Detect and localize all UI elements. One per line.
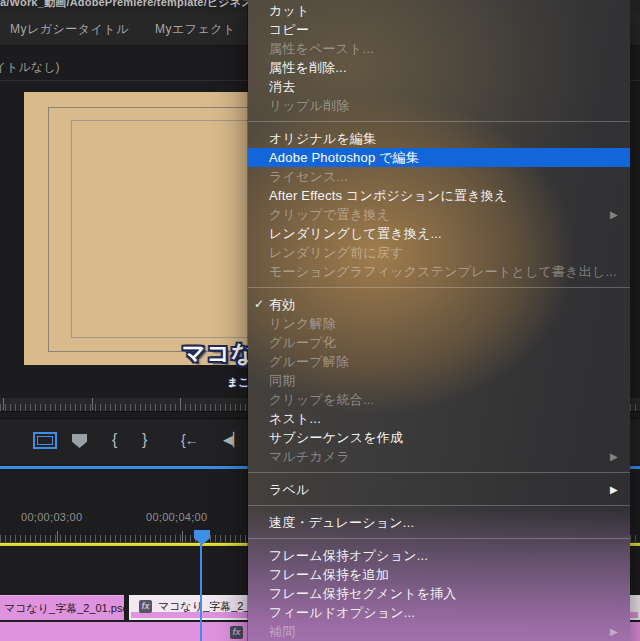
menu-item-render-and-replace[interactable]: レンダリングして置き換え... (248, 224, 630, 243)
safe-margins-button[interactable] (33, 432, 57, 449)
fx-badge-icon[interactable]: fx (230, 626, 243, 639)
menu-separator (248, 121, 630, 122)
mark-in-icon[interactable]: { (112, 429, 117, 451)
sequence-name-label[interactable]: イトルなし) (0, 59, 59, 76)
menu-item-ripple-delete: リップル削除 (248, 96, 630, 115)
tab-legacy-title[interactable]: Myレガシータイトル (10, 13, 129, 45)
step-back-icon[interactable]: ◀▏ (223, 429, 243, 451)
menu-item-replace-with-ae-comp[interactable]: After Effects コンポジションに置き換え (248, 186, 630, 205)
menu-item-field-options[interactable]: フィールドオプション... (248, 603, 630, 622)
video-title-text: マコな (182, 338, 256, 369)
clip-name: マコなり_字幕_2_01.psd (4, 602, 124, 614)
video-subtitle-text: まこ (227, 375, 250, 390)
menu-separator (248, 538, 630, 539)
tab-effects[interactable]: Myエフェクト (155, 13, 236, 45)
menu-item-nest[interactable]: ネスト... (248, 409, 630, 428)
timecode-label: 00;00;04;00 (146, 511, 207, 523)
menu-item-add-frame-hold[interactable]: フレーム保持を追加 (248, 565, 630, 584)
menu-item-edit-original[interactable]: オリジナルを編集 (248, 129, 630, 148)
go-to-in-icon[interactable]: {← (181, 429, 198, 451)
menu-item-remove-attributes[interactable]: 属性を削除... (248, 58, 630, 77)
menu-item-speed-duration[interactable]: 速度・デュレーション... (248, 513, 630, 532)
fx-badge-icon[interactable]: fx (139, 600, 152, 613)
menu-item-copy[interactable]: コピー (248, 20, 630, 39)
submenu-arrow-icon: ▶ (610, 205, 618, 224)
menu-item-insert-frame-hold-segment[interactable]: フレーム保持セグメントを挿入 (248, 584, 630, 603)
timecode-label: 00;00;03;00 (21, 511, 82, 523)
menu-separator (248, 472, 630, 473)
checkmark-icon: ✓ (254, 295, 264, 314)
clip-name: マコなり_字幕_2_ (158, 600, 250, 612)
menu-item-multi-camera: マルチカメラ▶ (248, 447, 630, 466)
clip-context-menu: カット コピー 属性をペースト... 属性を削除... 消去 リップル削除 オリ… (248, 0, 630, 641)
submenu-arrow-icon: ▶ (610, 447, 618, 466)
menu-item-cut[interactable]: カット (248, 1, 630, 20)
menu-separator (248, 287, 630, 288)
clip-psd[interactable]: マコなり_字幕_2_01.psd (0, 595, 124, 620)
menu-item-enable[interactable]: ✓有効 (248, 295, 630, 314)
menu-item-synchronize: 同期 (248, 371, 630, 390)
menu-item-license: ライセンス... (248, 167, 630, 186)
menu-item-ungroup: グループ解除 (248, 352, 630, 371)
submenu-arrow-icon: ▶ (610, 480, 618, 499)
menu-item-clear[interactable]: 消去 (248, 77, 630, 96)
add-marker-icon[interactable] (72, 434, 87, 448)
menu-item-replace-with-clip: クリップで置き換え▶ (248, 205, 630, 224)
menu-item-time-interpolation: 補間▶ (248, 622, 630, 641)
submenu-arrow-icon: ▶ (610, 622, 618, 641)
menu-item-export-motion-graphics-template: モーショングラフィックステンプレートとして書き出し... (248, 262, 630, 281)
menu-item-make-subsequence[interactable]: サブシーケンスを作成 (248, 428, 630, 447)
playhead-line (200, 544, 202, 641)
menu-item-label[interactable]: ラベル▶ (248, 480, 630, 499)
premiere-window: a/Work_動画/AdobePremiere/template/ビジネス My… (0, 0, 640, 641)
menu-item-restore-unrendered: レンダリング前に戻す (248, 243, 630, 262)
menu-item-group: グループ化 (248, 333, 630, 352)
menu-item-merge-clips: クリップを統合... (248, 390, 630, 409)
menu-item-frame-hold-options[interactable]: フレーム保持オプション... (248, 546, 630, 565)
menu-separator (248, 505, 630, 506)
menu-item-unlink: リンク解除 (248, 314, 630, 333)
mark-out-icon[interactable]: } (142, 429, 147, 451)
safe-margins-icon (37, 436, 53, 445)
menu-item-paste-attributes: 属性をペースト... (248, 39, 630, 58)
menu-item-edit-in-photoshop[interactable]: Adobe Photoshop で編集 (248, 148, 630, 167)
